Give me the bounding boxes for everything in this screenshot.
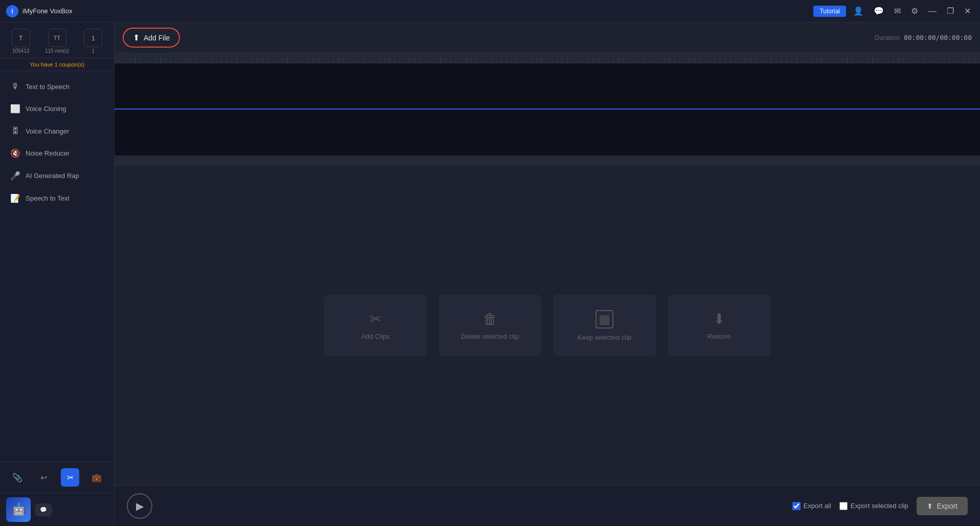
restore-label: Restore <box>708 333 731 340</box>
ruler-ticks-top: // ruler ticks rendered inline via JS af… <box>115 53 980 63</box>
add-file-label: Add File <box>144 34 170 42</box>
briefcase-button[interactable]: 💼 <box>87 468 106 487</box>
duration-value: 00:00:00/00:00:00 <box>904 34 972 41</box>
count-icon: 1 <box>84 29 102 47</box>
minimize-button[interactable]: — <box>925 5 940 18</box>
toolbar: ⬆ Add File Duration 00:00:00/00:00:00 <box>115 23 980 53</box>
chars-value: 105413 <box>12 48 29 54</box>
stat-mins: TT 115 min(s) <box>45 29 69 54</box>
add-clips-label: Add Clips <box>361 333 390 340</box>
export-btn-label: Export <box>937 502 958 510</box>
count-value: 1 <box>92 48 95 54</box>
text-to-speech-label: Text to Speech <box>26 83 70 91</box>
keep-clip-label: Keep selected clip <box>578 334 632 341</box>
restore-icon: ⬇ <box>713 311 725 327</box>
speech-to-text-icon: 📝 <box>10 193 20 203</box>
export-selected-label[interactable]: Export selected clip <box>839 502 908 510</box>
sidebar-item-noise-reducer[interactable]: 🔇 Noise Reducer <box>2 142 112 164</box>
play-button[interactable]: ▶ <box>127 493 152 519</box>
sidebar-nav: 🎙 Text to Speech ⬜ Voice Cloning 🎛 Voice… <box>0 71 114 462</box>
stat-count: 1 1 <box>84 29 102 54</box>
chat-bubble: 💬 <box>35 503 52 516</box>
bot-icon: 🤖 <box>6 497 31 522</box>
keep-clip-icon: ▦ <box>596 310 613 328</box>
sidebar-item-speech-to-text[interactable]: 📝 Speech to Text <box>2 187 112 209</box>
user-icon[interactable]: 👤 <box>850 4 867 18</box>
edit-actions: ✂ Add Clips 🗑 Delete selected clip ▦ Kee… <box>115 166 980 485</box>
sidebar-item-voice-changer[interactable]: 🎛 Voice Changer <box>2 120 112 142</box>
export-btn-icon: ⬆ <box>927 502 933 510</box>
main-layout: T 105413 TT 115 min(s) 1 1 You have 1 co… <box>0 23 980 526</box>
export-selected-checkbox[interactable] <box>839 502 848 510</box>
settings-icon[interactable]: ⚙ <box>908 4 921 18</box>
add-clips-card[interactable]: ✂ Add Clips <box>325 295 427 356</box>
add-clips-icon: ✂ <box>370 311 381 327</box>
chars-icon: T <box>12 29 30 47</box>
waveform-upper[interactable] <box>115 63 980 109</box>
duration-label: Duration <box>875 34 900 41</box>
export-all-checkbox[interactable] <box>792 502 801 510</box>
maximize-button[interactable]: ❐ <box>944 4 957 18</box>
delete-selected-clip-card[interactable]: 🗑 Delete selected clip <box>439 295 541 356</box>
upload-icon: ⬆ <box>133 33 140 42</box>
close-button[interactable]: ✕ <box>961 4 974 18</box>
mins-icon: TT <box>48 29 66 47</box>
sidebar-item-ai-generated-rap[interactable]: 🎤 AI Generated Rap <box>2 165 112 187</box>
restore-card[interactable]: ⬇ Restore <box>668 295 770 356</box>
mail-icon[interactable]: ✉ <box>891 4 904 18</box>
add-file-button[interactable]: ⬆ Add File <box>123 28 180 48</box>
keep-selected-clip-card[interactable]: ▦ Keep selected clip <box>554 295 656 356</box>
export-all-label[interactable]: Export all <box>792 502 831 510</box>
speech-to-text-label: Speech to Text <box>26 194 70 202</box>
content-area: ⬆ Add File Duration 00:00:00/00:00:00 //… <box>115 23 980 526</box>
export-controls: Export all Export selected clip ⬆ Export <box>792 497 968 515</box>
tutorial-button[interactable]: Tutorial <box>813 6 846 17</box>
sidebar: T 105413 TT 115 min(s) 1 1 You have 1 co… <box>0 23 115 526</box>
waveform-lower[interactable] <box>115 109 980 156</box>
delete-clip-icon: 🗑 <box>483 311 497 327</box>
sidebar-item-text-to-speech[interactable]: 🎙 Text to Speech <box>2 76 112 97</box>
voice-changer-label: Voice Changer <box>26 127 69 135</box>
duration-info: Duration 00:00:00/00:00:00 <box>875 34 972 41</box>
voice-cloning-icon: ⬜ <box>10 104 20 114</box>
ruler-top: // ruler ticks rendered inline via JS af… <box>115 53 980 63</box>
waveform-area: // ruler ticks rendered inline via JS af… <box>115 53 980 166</box>
attachment-button[interactable]: 📎 <box>8 468 27 487</box>
scissors-button[interactable]: ✂ <box>61 468 79 487</box>
mins-value: 115 min(s) <box>45 48 69 54</box>
sidebar-item-voice-cloning[interactable]: ⬜ Voice Cloning <box>2 98 112 120</box>
sidebar-stats: T 105413 TT 115 min(s) 1 1 <box>0 23 114 58</box>
app-title: iMyFone VoxBox <box>22 7 813 15</box>
ai-rap-label: AI Generated Rap <box>26 172 79 180</box>
export-button[interactable]: ⬆ Export <box>917 497 968 515</box>
coupon-banner: You have 1 coupon(s) <box>0 58 114 71</box>
noise-reducer-label: Noise Reducer <box>26 149 70 157</box>
play-icon: ▶ <box>136 500 144 512</box>
bottom-bar: ▶ Export all Export selected clip ⬆ Expo… <box>115 485 980 526</box>
noise-reducer-icon: 🔇 <box>10 148 20 158</box>
sidebar-bot-avatar: 🤖 💬 <box>0 493 114 526</box>
app-icon: i <box>6 5 18 17</box>
delete-clip-label: Delete selected clip <box>461 333 519 340</box>
title-controls: Tutorial 👤 💬 ✉ ⚙ — ❐ ✕ <box>813 4 974 18</box>
ai-rap-icon: 🎤 <box>10 171 20 181</box>
chat-icon[interactable]: 💬 <box>871 4 887 18</box>
text-to-speech-icon: 🎙 <box>10 82 20 91</box>
voice-cloning-label: Voice Cloning <box>26 105 66 113</box>
titlebar: i iMyFone VoxBox Tutorial 👤 💬 ✉ ⚙ — ❐ ✕ <box>0 0 980 23</box>
sidebar-bottom-icons: 📎 ↩ ✂ 💼 <box>0 462 114 493</box>
voice-changer-icon: 🎛 <box>10 126 20 136</box>
loop-button[interactable]: ↩ <box>35 468 53 487</box>
ruler-bottom <box>115 156 980 166</box>
stat-chars: T 105413 <box>12 29 30 54</box>
